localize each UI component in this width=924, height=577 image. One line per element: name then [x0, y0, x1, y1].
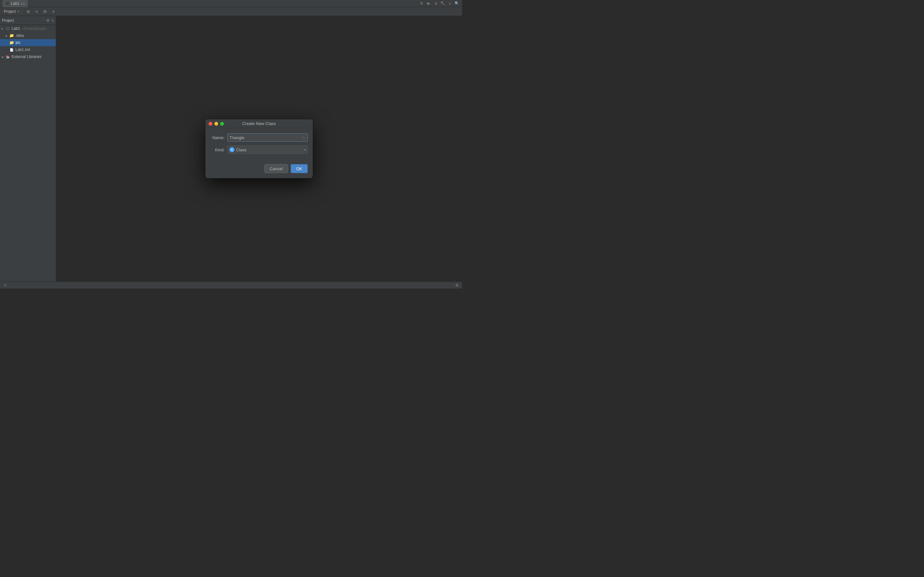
layout-btn[interactable]: ≡	[33, 8, 40, 15]
project-dropdown-arrow[interactable]: ▾	[18, 10, 19, 13]
sidebar: Project ⚙ ≡ ▾ □ Lab1 ~/Desktop/Lab1 ► 📁 …	[0, 16, 56, 282]
kind-class-icon: C	[229, 147, 234, 152]
toolbar-sep-1	[22, 9, 22, 14]
arrow-external: ►	[1, 55, 5, 59]
main-layout: Project ⚙ ≡ ▾ □ Lab1 ~/Desktop/Lab1 ► 📁 …	[0, 16, 462, 282]
title-bar: ⬛ Lab1 src ⚙ ▶ ⏸ 🔨 ≡ 🔍	[0, 0, 462, 7]
debug-icon[interactable]: ⏸	[433, 1, 438, 6]
menu-icon[interactable]: ≡	[447, 1, 452, 6]
search-icon[interactable]: 🔍	[454, 1, 459, 6]
file-icon-lab1iml: 📄	[9, 47, 14, 52]
kind-row: Kind: C Class ▾	[210, 145, 308, 154]
tree-item-lab1iml[interactable]: 📄 Lab1.iml	[0, 46, 56, 53]
name-input-wrap: ↑↓	[227, 133, 308, 142]
sidebar-header: Project ⚙ ≡	[0, 16, 56, 25]
title-tab[interactable]: ⬛ Lab1 src	[3, 0, 28, 7]
toolbar: Project ▾ ⊕ ≡ ⚙ ≡	[0, 7, 462, 16]
traffic-lights	[208, 122, 224, 126]
titlebar-right-icons: ⚙ ▶ ⏸ 🔨 ≡ 🔍	[419, 1, 459, 6]
status-bar-right: ⚙	[454, 283, 459, 288]
tree-label-lab1: Lab1	[11, 26, 20, 31]
project-section: Project ▾	[3, 9, 19, 14]
name-input[interactable]	[227, 133, 308, 142]
tree-label-idea: .idea	[15, 33, 24, 38]
project-label: Project	[3, 9, 17, 14]
tree-item-external[interactable]: ► 📚 External Libraries	[0, 53, 56, 60]
tree-label-external: External Libraries	[11, 55, 41, 59]
status-bar: ≡ ⚙	[0, 282, 462, 288]
content-area: Search Everywhere Double ⇧ Go to File ⇧ …	[56, 16, 462, 282]
lib-icon-external: 📚	[5, 54, 10, 59]
tree-label-lab1iml: Lab1.iml	[15, 47, 30, 52]
sidebar-settings-icon[interactable]: ⚙	[46, 18, 50, 23]
dialog-titlebar: Create New Class	[205, 119, 313, 128]
kind-select[interactable]: C Class	[227, 145, 308, 154]
tree-item-src[interactable]: 📁 src	[0, 39, 56, 46]
dialog-title: Create New Class	[242, 121, 276, 126]
status-settings-icon[interactable]: ⚙	[454, 283, 459, 288]
traffic-light-green[interactable]	[220, 122, 224, 126]
add-btn[interactable]: ⊕	[25, 8, 32, 15]
build-icon[interactable]: 🔨	[440, 1, 445, 6]
arrow-lab1: ▾	[1, 27, 5, 31]
settings-btn[interactable]: ⚙	[41, 8, 48, 15]
tree-item-idea[interactable]: ► 📁 .idea	[0, 32, 56, 39]
sidebar-header-label: Project	[2, 18, 14, 23]
ok-button[interactable]: OK	[291, 164, 308, 173]
dialog-overlay: Create New Class Name: ↑↓ Kind:	[56, 16, 462, 282]
folder-icon-idea: 📁	[9, 33, 14, 38]
ide-icon: ⬛	[5, 1, 10, 5]
actions-btn[interactable]: ≡	[50, 8, 57, 15]
traffic-light-yellow[interactable]	[214, 122, 218, 126]
kind-select-wrap: C Class ▾	[227, 145, 308, 154]
dialog-body: Name: ↑↓ Kind: C	[205, 128, 313, 163]
kind-value: Class	[236, 147, 247, 152]
tab-folder-label: src	[21, 2, 26, 5]
folder-icon-src: 📁	[9, 40, 14, 45]
run-controls-icon[interactable]: ⚙	[419, 1, 424, 6]
sidebar-header-icons: ⚙ ≡	[46, 18, 54, 23]
create-new-class-dialog: Create New Class Name: ↑↓ Kind:	[205, 119, 313, 178]
tree-label-src: src	[15, 40, 21, 45]
dialog-footer: Cancel OK	[205, 163, 313, 178]
name-row: Name: ↑↓	[210, 133, 308, 142]
sidebar-gear-icon[interactable]: ≡	[52, 18, 54, 23]
arrow-idea: ►	[5, 34, 9, 37]
tree-item-lab1[interactable]: ▾ □ Lab1 ~/Desktop/Lab1	[0, 25, 56, 32]
kind-label: Kind:	[210, 147, 225, 152]
tree-path-lab1: ~/Desktop/Lab1	[21, 27, 46, 31]
cancel-button[interactable]: Cancel	[264, 164, 288, 173]
tab-label: Lab1	[11, 1, 19, 6]
status-terminal-icon[interactable]: ≡	[3, 283, 8, 288]
traffic-light-red[interactable]	[208, 122, 212, 126]
name-label: Name:	[210, 135, 225, 140]
run-icon[interactable]: ▶	[426, 1, 431, 6]
module-icon: □	[5, 26, 10, 31]
